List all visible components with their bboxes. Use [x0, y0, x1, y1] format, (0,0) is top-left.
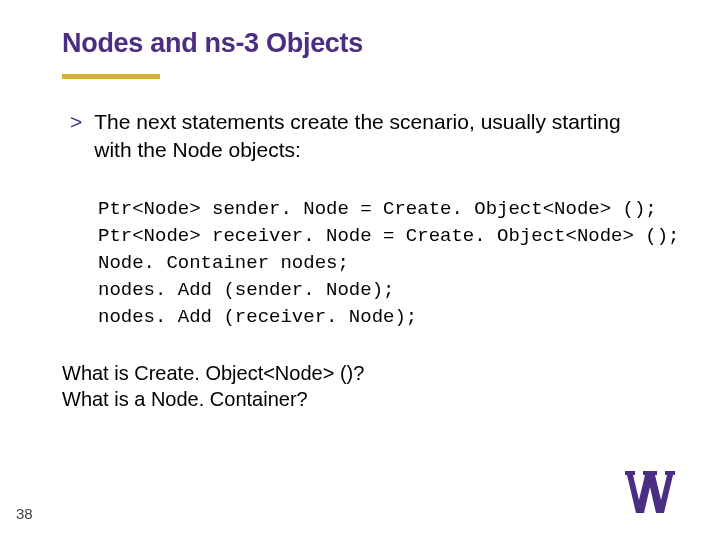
bullet-marker: > [70, 108, 82, 136]
code-block: Ptr<Node> sender. Node = Create. Object<… [98, 196, 680, 331]
page-number: 38 [16, 505, 33, 522]
questions-text: What is Create. Object<Node> ()? What is… [62, 360, 364, 412]
slide-title: Nodes and ns-3 Objects [62, 28, 363, 59]
bullet-row: > The next statements create the scenari… [70, 108, 680, 164]
title-underline [62, 74, 160, 79]
slide: Nodes and ns-3 Objects > The next statem… [0, 0, 720, 540]
uw-logo [624, 470, 690, 520]
bullet-text: The next statements create the scenario,… [94, 108, 620, 164]
